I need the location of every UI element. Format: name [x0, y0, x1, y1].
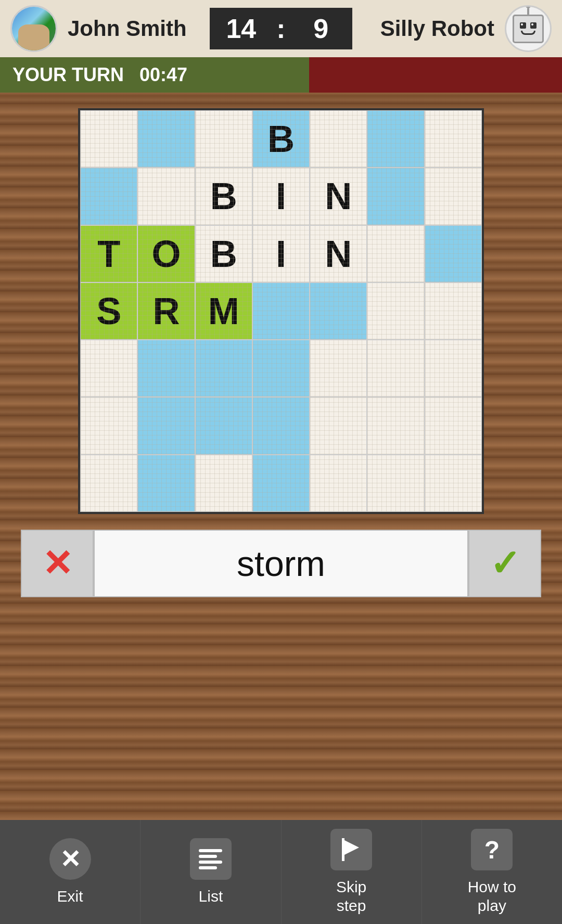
- game-board[interactable]: BBINTOBINSRM: [78, 108, 484, 514]
- score-separator: :: [272, 8, 289, 49]
- board-cell[interactable]: [195, 397, 252, 454]
- current-word-display: storm: [94, 530, 468, 597]
- board-cell[interactable]: B: [195, 168, 252, 225]
- board-cell[interactable]: [137, 110, 195, 168]
- board-cell[interactable]: I: [252, 225, 310, 283]
- player1-name: John Smith: [68, 16, 187, 41]
- board-cell[interactable]: [367, 340, 424, 397]
- board-cell[interactable]: [80, 455, 137, 512]
- board-cell[interactable]: [252, 455, 310, 512]
- accept-button[interactable]: ✓: [468, 530, 541, 597]
- board-cell[interactable]: M: [195, 283, 252, 340]
- opponent-turn-bar: [309, 57, 562, 93]
- skip-nav-item[interactable]: Skipstep: [282, 820, 422, 924]
- skip-label: Skipstep: [336, 878, 366, 915]
- board-cell[interactable]: S: [80, 283, 137, 340]
- list-label: List: [199, 887, 223, 906]
- question-icon: ?: [471, 829, 513, 870]
- exit-label: Exit: [57, 887, 83, 906]
- board-cell[interactable]: [425, 283, 482, 340]
- howto-label: How toplay: [468, 878, 516, 915]
- board-cell[interactable]: [310, 110, 367, 168]
- reject-icon: ✕: [42, 542, 73, 585]
- board-cell[interactable]: [137, 168, 195, 225]
- board-cell[interactable]: [425, 340, 482, 397]
- exit-nav-item[interactable]: ✕ Exit: [0, 820, 140, 924]
- word-input-area: ✕ storm ✓: [21, 530, 541, 597]
- board-cell[interactable]: [367, 168, 424, 225]
- board-cell[interactable]: I: [252, 168, 310, 225]
- board-cell[interactable]: [137, 455, 195, 512]
- accept-icon: ✓: [490, 542, 520, 585]
- board-cell[interactable]: [367, 397, 424, 454]
- board-cell[interactable]: [195, 110, 252, 168]
- game-board-container: BBINTOBINSRM: [78, 108, 484, 514]
- board-cell[interactable]: [310, 455, 367, 512]
- player1-section: John Smith: [10, 5, 210, 52]
- board-cell[interactable]: R: [137, 283, 195, 340]
- board-cell[interactable]: [137, 397, 195, 454]
- board-cell[interactable]: [367, 455, 424, 512]
- player1-score: 14: [210, 8, 272, 49]
- board-cell[interactable]: [367, 110, 424, 168]
- turn-label: YOUR TURN: [12, 64, 124, 86]
- board-cell[interactable]: N: [310, 168, 367, 225]
- exit-icon: ✕: [49, 838, 91, 880]
- turn-bar: YOUR TURN 00:47: [0, 57, 562, 93]
- board-cell[interactable]: [80, 168, 137, 225]
- board-cell[interactable]: B: [252, 110, 310, 168]
- board-cell[interactable]: [137, 340, 195, 397]
- board-cell[interactable]: [425, 225, 482, 283]
- board-cell[interactable]: [252, 340, 310, 397]
- player1-avatar: [10, 5, 57, 52]
- board-cell[interactable]: [425, 455, 482, 512]
- bottom-navigation: ✕ Exit List Skipstep ? How topl: [0, 820, 562, 924]
- board-cell[interactable]: [252, 283, 310, 340]
- player2-score: 9: [290, 8, 352, 49]
- board-cell[interactable]: [367, 283, 424, 340]
- list-nav-item[interactable]: List: [140, 820, 281, 924]
- board-cell[interactable]: [252, 397, 310, 454]
- board-cell[interactable]: [367, 225, 424, 283]
- flag-icon: [330, 829, 372, 870]
- board-cell[interactable]: B: [195, 225, 252, 283]
- board-cell[interactable]: N: [310, 225, 367, 283]
- header: John Smith 14 : 9 Silly Robot: [0, 0, 562, 57]
- turn-indicator: YOUR TURN 00:47: [0, 57, 309, 93]
- turn-timer: 00:47: [139, 64, 187, 86]
- board-cell[interactable]: [425, 168, 482, 225]
- board-cell[interactable]: [195, 455, 252, 512]
- board-cell[interactable]: [310, 340, 367, 397]
- board-cell[interactable]: [80, 397, 137, 454]
- board-cell[interactable]: O: [137, 225, 195, 283]
- howto-nav-item[interactable]: ? How toplay: [422, 820, 562, 924]
- score-section: 14 : 9: [210, 8, 352, 49]
- player2-section: Silly Robot: [352, 5, 552, 52]
- board-cell[interactable]: [425, 397, 482, 454]
- board-cell[interactable]: [310, 283, 367, 340]
- reject-button[interactable]: ✕: [21, 530, 94, 597]
- board-cell[interactable]: [80, 110, 137, 168]
- board-cell[interactable]: T: [80, 225, 137, 283]
- board-cell[interactable]: [310, 397, 367, 454]
- player2-name: Silly Robot: [380, 16, 494, 41]
- player2-avatar: [505, 5, 552, 52]
- list-icon: [190, 838, 232, 880]
- board-cell[interactable]: [80, 340, 137, 397]
- board-cell[interactable]: [425, 110, 482, 168]
- board-cell[interactable]: [195, 340, 252, 397]
